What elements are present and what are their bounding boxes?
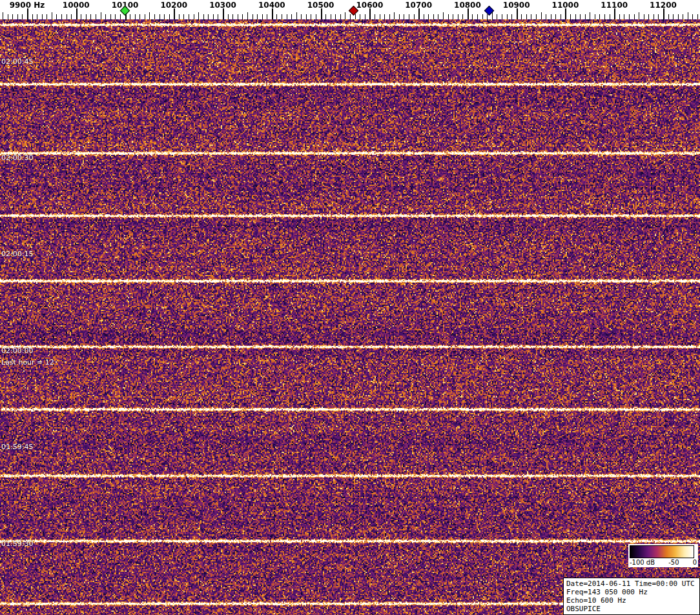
spectrogram-canvas[interactable] <box>0 19 700 615</box>
freq-tick-label: 10400 <box>258 1 285 10</box>
freq-tick-label: 10500 <box>307 1 335 10</box>
colorbar-labels: -100 dB -50 0 <box>630 558 697 567</box>
freq-tick-label: 10900 <box>503 1 530 10</box>
station-info-box: Date=2014-06-11 Time=00:00 UTC Freq=143 … <box>563 578 700 615</box>
freq-tick-label: 10700 <box>405 1 432 10</box>
freq-tick-label: 10600 <box>356 1 383 10</box>
freq-tick-label: 9900 Hz <box>10 1 45 10</box>
time-tick-label: 02:00:30 <box>1 154 33 162</box>
info-echo-line: Echo=10 600 Hz <box>566 596 697 605</box>
freq-tick-label: 10800 <box>454 1 481 10</box>
info-station-line: OBSUPICE <box>566 605 697 613</box>
freq-tick-label: 11100 <box>601 1 628 10</box>
frequency-ruler[interactable]: 9900 Hz100001010010200103001040010500106… <box>0 0 700 19</box>
spectrum-waterfall-app: 9900 Hz100001010010200103001040010500106… <box>0 0 700 615</box>
time-tick-label: 01:59:30 <box>1 539 33 548</box>
freq-tick-label: 11000 <box>552 1 579 10</box>
colorbar-max-label: 0 <box>693 559 697 567</box>
colorbar-gradient <box>630 545 694 558</box>
colorbar-panel: -100 dB -50 0 <box>628 544 698 567</box>
colorbar-mid-label: -50 <box>668 559 679 567</box>
colorbar-min-label: -100 dB <box>630 559 655 567</box>
hour-count-annotation: Last hour = 12 <box>1 358 54 367</box>
time-tick-label: 01:59:45 <box>1 443 33 451</box>
time-tick-label: 02:00:45 <box>1 57 33 66</box>
freq-tick-label: 10200 <box>160 1 187 10</box>
info-date-line: Date=2014-06-11 Time=00:00 UTC <box>566 580 697 588</box>
info-freq-line: Freq=143 050 000 Hz <box>566 588 697 596</box>
time-tick-label: 02:00:15 <box>1 250 33 258</box>
freq-tick-label: 10300 <box>209 1 236 10</box>
freq-tick-label: 11200 <box>650 1 677 10</box>
time-tick-label: 02:00:00 <box>1 347 33 355</box>
waterfall-area[interactable]: 02:00:4502:00:3002:00:1502:00:00Last hou… <box>0 19 700 615</box>
freq-tick-label: 10000 <box>63 1 90 10</box>
